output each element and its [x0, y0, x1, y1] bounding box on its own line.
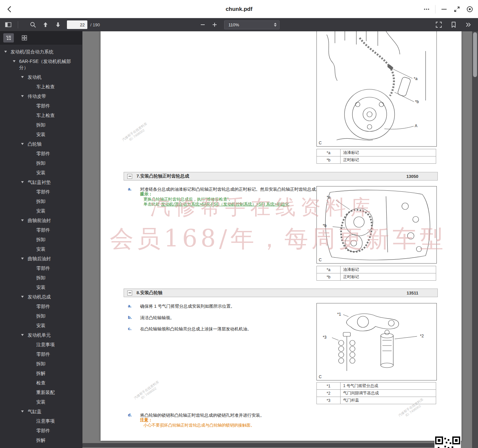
outline-item[interactable]: 零部件: [0, 350, 82, 359]
bookmark-button[interactable]: [449, 20, 459, 30]
main-view: *a *b A C *a 油漆标记 *b 正时标记 7.安装凸轮轴正时齿轮总成 …: [82, 31, 478, 448]
outline-item[interactable]: 拆卸: [0, 158, 82, 168]
double-chevron-right-icon: [465, 21, 472, 28]
outline-item[interactable]: 曲轴前油封: [0, 216, 82, 225]
page-down-button[interactable]: [53, 20, 63, 30]
toolbar-divider: [18, 21, 18, 28]
outline-item[interactable]: 安装: [0, 283, 82, 292]
outline-item[interactable]: 零部件: [0, 149, 82, 158]
outline-item[interactable]: 发动机: [0, 72, 82, 82]
outline-item[interactable]: 发动机/混合动力系统: [0, 47, 82, 57]
outline-item[interactable]: 注意事项: [0, 340, 82, 350]
outline-item[interactable]: 拆卸: [0, 235, 82, 244]
outline-item[interactable]: 气缸盖衬垫: [0, 178, 82, 187]
outline-item[interactable]: 安装: [0, 397, 82, 407]
outline-item-label: 发动机: [28, 74, 42, 80]
outline-view-button[interactable]: [3, 33, 14, 42]
outline-item[interactable]: 重新装配: [0, 388, 82, 397]
legend-key: *b: [317, 156, 341, 164]
outline-item[interactable]: 拆卸: [0, 120, 82, 130]
outline-item[interactable]: 安装: [0, 130, 82, 139]
outline-item[interactable]: 传动皮带: [0, 92, 82, 101]
sidebar-toggle-button[interactable]: [3, 20, 13, 30]
more-tools-button[interactable]: [463, 20, 473, 30]
step-text: 清洁凸轮轴轴颈。: [140, 315, 174, 321]
more-options-button[interactable]: [422, 5, 431, 14]
qr-code-art: [434, 436, 461, 448]
arrow-down-icon: [54, 21, 62, 28]
page-up-button[interactable]: [41, 20, 50, 30]
collapse-toggle-icon[interactable]: [127, 174, 132, 179]
outline-item[interactable]: 车上检查: [0, 82, 82, 92]
zoom-out-button[interactable]: [198, 20, 208, 30]
outline-item[interactable]: 拆卸: [0, 197, 82, 206]
outline-item[interactable]: 零部件: [0, 225, 82, 235]
app-button[interactable]: [465, 5, 474, 14]
collapse-toggle-icon[interactable]: [127, 291, 132, 295]
outline-item-label: 零部件: [36, 303, 50, 310]
engine-diagram-art: [317, 303, 437, 381]
caret-down-icon[interactable]: [21, 296, 24, 298]
outline-item[interactable]: 安装: [0, 321, 82, 330]
outline-item[interactable]: 零部件: [0, 101, 82, 111]
outline-item[interactable]: 安装: [0, 206, 82, 216]
outline-item[interactable]: 零部件: [0, 187, 82, 197]
thumbnails-grid-icon: [21, 35, 28, 41]
outline-item[interactable]: 拆卸: [0, 311, 82, 321]
vertical-scrollbar-thumb[interactable]: [473, 32, 477, 77]
caret-down-icon[interactable]: [21, 219, 24, 221]
zoom-in-button[interactable]: [210, 20, 220, 30]
pdf-toolbar: / 190 110%: [0, 18, 478, 31]
outline-item[interactable]: 6AR-FSE（发动机机械部分）: [0, 57, 82, 72]
outline-item[interactable]: 拆解: [0, 435, 82, 445]
outline-item[interactable]: 车上检查: [0, 111, 82, 120]
caret-down-icon[interactable]: [21, 95, 24, 97]
search-button[interactable]: [28, 20, 38, 30]
outline-item[interactable]: 曲轴后油封: [0, 254, 82, 264]
minus-icon: [199, 21, 206, 28]
minimize-icon: [440, 6, 448, 13]
hint-link[interactable]: 发动机/混合动力系统>6AR-FSE（发动机控制系统）>SFI 系统>初始化: [161, 202, 289, 207]
thumbnails-view-button[interactable]: [19, 33, 30, 42]
step-letter: c.: [128, 326, 140, 332]
caret-down-icon[interactable]: [21, 334, 24, 336]
outline-item[interactable]: 零部件: [0, 264, 82, 273]
section-code: 13511: [407, 291, 418, 295]
presentation-mode-button[interactable]: [434, 20, 444, 30]
outline-item[interactable]: 零部件: [0, 302, 82, 311]
outline-item[interactable]: 拆解: [0, 369, 82, 378]
outline-item[interactable]: 注意事项: [0, 416, 82, 426]
hint-line: 单击此处 发动机/混合动力系统>6AR-FSE（发动机控制系统）>SFI 系统>…: [143, 202, 289, 207]
outline-item[interactable]: 发动机总成: [0, 292, 82, 302]
page-count-label: / 190: [90, 22, 100, 27]
outline-item[interactable]: 零部件: [0, 426, 82, 435]
zoom-select[interactable]: 110%: [224, 20, 280, 29]
sidebar: 发动机/混合动力系统6AR-FSE（发动机机械部分）发动机车上检查传动皮带零部件…: [0, 31, 82, 448]
caret-down-icon[interactable]: [21, 143, 24, 145]
caret-down-icon[interactable]: [21, 410, 24, 412]
step-item: b. 清洁凸轮轴轴颈。: [128, 315, 174, 321]
fullscreen-button[interactable]: [453, 5, 461, 14]
outline-item[interactable]: 安装: [0, 244, 82, 254]
caret-down-icon[interactable]: [13, 60, 15, 62]
outline-item[interactable]: 气缸盖: [0, 407, 82, 416]
watermark-stamp: 汽修帮手在线资料库 ID: 7496002: [133, 380, 162, 403]
caret-down-icon[interactable]: [21, 258, 24, 260]
minimize-button[interactable]: [440, 5, 448, 14]
outline-item[interactable]: 检查: [0, 378, 82, 388]
outline-item-label: 拆卸: [36, 313, 45, 319]
outline-item[interactable]: 安装: [0, 168, 82, 178]
outline-item[interactable]: 发动机单元: [0, 330, 82, 340]
outline-item[interactable]: 拆卸: [0, 359, 82, 369]
engine-diagram-art: [317, 31, 437, 147]
caret-down-icon[interactable]: [21, 181, 24, 183]
caret-down-icon[interactable]: [4, 51, 7, 53]
outline-item[interactable]: 拆卸: [0, 273, 82, 283]
page-number-input[interactable]: [67, 20, 87, 29]
caret-down-icon[interactable]: [21, 76, 24, 78]
horizontal-scrollbar-thumb[interactable]: [82, 443, 438, 447]
vertical-scrollbar[interactable]: [472, 31, 478, 448]
diagram-label-1: *1: [337, 312, 341, 317]
titlebar-divider: [435, 5, 435, 14]
outline-item[interactable]: 凸轮轴: [0, 139, 82, 149]
